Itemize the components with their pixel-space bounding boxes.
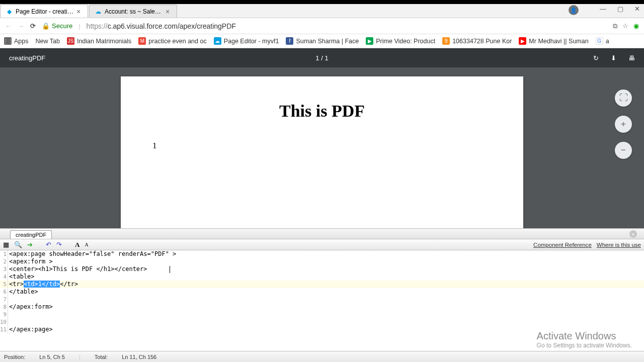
tab-title: Account: ss ~ Salesforce [105, 8, 163, 15]
acres-icon: 9 [442, 37, 450, 45]
editor-tab-creatingpdf[interactable]: creatingPDF [10, 230, 52, 239]
pdf-page: This is PDF 1 [121, 76, 523, 228]
salesforce-cloud-icon: ☁ [95, 8, 102, 15]
bookmark-facebook[interactable]: fSuman Sharma | Face [286, 37, 359, 45]
facebook-icon: f [286, 37, 293, 45]
address-bar-row: ← → ⟳ 🔒 Secure | https://c.ap6.visual.fo… [0, 18, 644, 34]
zoom-out-icon[interactable]: − [615, 142, 632, 159]
position-label: Position: [4, 354, 25, 360]
tab-page-editor[interactable]: ◆ Page Editor - creatingPD × [0, 5, 88, 18]
google-icon: G [596, 37, 603, 45]
window-titlebar [0, 0, 644, 4]
maximize-button[interactable]: ▢ [617, 5, 623, 13]
extension-icon[interactable]: ◉ [633, 22, 639, 30]
pdf-cell-value: 1 [152, 141, 157, 151]
close-icon[interactable]: × [76, 9, 83, 15]
back-icon[interactable]: ← [5, 22, 12, 30]
bookmark-99acres[interactable]: 9106334728 Pune Kor [442, 37, 512, 45]
pdf-viewport[interactable]: This is PDF 1 ⛶ + − [0, 67, 644, 228]
position-value: Ln 5, Ch 5 [39, 354, 65, 360]
window-buttons: — ▢ ✕ [600, 5, 640, 13]
secure-badge: 🔒 Secure [42, 22, 72, 30]
editor-status-bar: Position: Ln 5, Ch 5 | Total: Ln 11, Ch … [0, 351, 644, 362]
browser-tabs-row: ◆ Page Editor - creatingPD × ☁ Account: … [0, 4, 644, 18]
pdf-document-title: creatingPDF [9, 54, 45, 62]
zoom-in-icon[interactable]: + [615, 116, 632, 133]
tab-title: Page Editor - creatingPD [16, 8, 73, 15]
code-line: <center><h1>This is PDF </h1></center> [8, 265, 644, 273]
close-icon[interactable]: × [629, 230, 637, 238]
redo-icon[interactable]: ↷ [56, 241, 62, 248]
minimize-button[interactable]: — [600, 5, 606, 13]
bookmark-google[interactable]: Ga [596, 37, 609, 45]
zoom-controls: ⛶ + − [615, 89, 632, 159]
apps-icon: ⋮⋮ [4, 37, 12, 45]
pdf-page-counter: 1 / 1 [315, 54, 328, 62]
url-field[interactable]: https://c.ap6.visual.force.com/apex/crea… [87, 22, 607, 30]
salesforce-icon: ☁ [214, 37, 221, 45]
bookmark-apps[interactable]: ⋮⋮Apps [4, 37, 29, 45]
save-icon[interactable]: ▦ [3, 241, 9, 248]
text-cursor [170, 266, 170, 273]
bookmark-newtab[interactable]: New Tab [36, 38, 60, 45]
code-line [8, 318, 644, 326]
editor-tab-bar: creatingPDF × [0, 228, 644, 239]
close-icon[interactable]: × [166, 9, 172, 15]
where-used-link[interactable]: Where is this use [597, 242, 641, 248]
code-line: <tr><td>1</td></tr> [8, 281, 644, 288]
youtube-icon: ▶ [519, 37, 526, 45]
bookmark-prime[interactable]: ▶Prime Video: Product [366, 37, 435, 45]
tab-account[interactable]: ☁ Account: ss ~ Salesforce × [89, 5, 177, 18]
profile-avatar-icon[interactable]: 👤 [569, 5, 579, 15]
total-value: Ln 11, Ch 156 [122, 354, 156, 360]
code-line [8, 296, 644, 303]
close-button[interactable]: ✕ [634, 5, 640, 13]
font-small-icon[interactable]: A [85, 242, 88, 247]
code-line [8, 311, 644, 318]
go-icon[interactable]: ➔ [27, 241, 33, 248]
download-icon[interactable]: ⬇ [611, 54, 616, 62]
bookmark-gmail[interactable]: Mpractice even and oc [138, 37, 206, 45]
lock-icon: 🔒 [42, 22, 50, 30]
prime-icon: ▶ [366, 37, 373, 45]
code-line: <table> [8, 273, 644, 281]
selection: <td>1</td> [24, 281, 60, 288]
code-line: <apex:form > [8, 258, 644, 265]
pip-icon[interactable]: ⧉ [613, 22, 617, 30]
forward-icon[interactable]: → [18, 22, 24, 30]
component-reference-link[interactable]: Component Reference [533, 242, 592, 248]
rotate-icon[interactable]: ↻ [593, 54, 599, 62]
bookmark-youtube[interactable]: ▶Mr Medhavi || Suman [519, 37, 588, 45]
reload-icon[interactable]: ⟳ [30, 22, 36, 30]
code-line: </apex:form> [8, 303, 644, 311]
bookmark-page-editor[interactable]: ☁Page Editor - myvf1 [214, 37, 279, 45]
star-icon[interactable]: ☆ [622, 22, 628, 30]
gmail-icon: M [138, 37, 146, 45]
search-icon[interactable]: 🔍 [14, 241, 22, 248]
editor-toolbar: ▦ 🔍 ➔ ↶ ↷ A A Component Reference Where … [0, 239, 644, 250]
pdf-heading: This is PDF [121, 102, 523, 121]
fit-icon[interactable]: ⛶ [615, 89, 632, 107]
print-icon[interactable]: 🖶 [628, 54, 635, 62]
code-line: </table> [8, 288, 644, 296]
salesforce-icon: ◆ [6, 8, 13, 15]
pdf-toolbar: creatingPDF 1 / 1 ↻ ⬇ 🖶 [0, 48, 644, 67]
windows-watermark: Activate Windows Go to Settings to activ… [537, 330, 632, 349]
code-line: <apex:page showHeader="false" renderAs="… [8, 250, 644, 258]
undo-icon[interactable]: ↶ [46, 241, 51, 248]
bookmarks-bar: ⋮⋮Apps New Tab JSIndian Matrimonials Mpr… [0, 34, 644, 48]
js-icon: JS [67, 37, 74, 45]
font-large-icon[interactable]: A [75, 241, 79, 249]
bookmark-matrimonials[interactable]: JSIndian Matrimonials [67, 37, 131, 45]
total-label: Total: [95, 354, 108, 360]
